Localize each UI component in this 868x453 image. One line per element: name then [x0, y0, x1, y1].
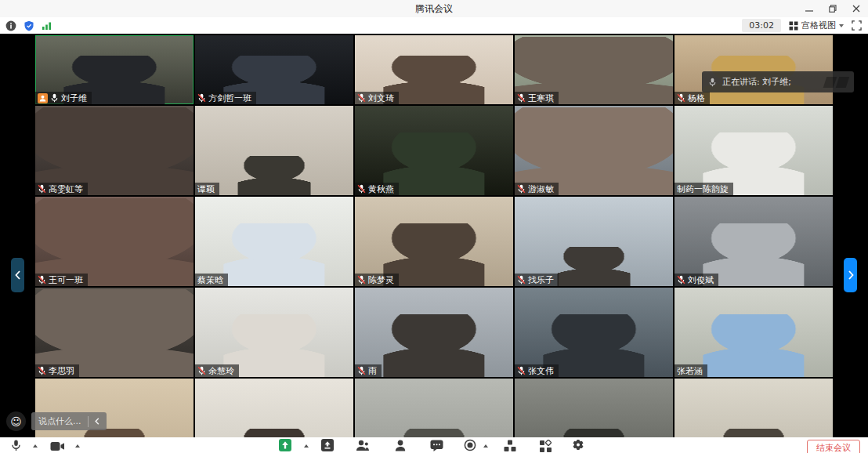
participant-name-tag: 蔡茉晗	[195, 274, 228, 286]
video-tile[interactable]: 游淑敏	[515, 106, 673, 195]
close-button[interactable]	[844, 0, 868, 17]
participant-name-tag: 刘文琦	[355, 92, 399, 104]
emoji-button[interactable]: ☺	[6, 411, 26, 431]
participant-name-tag: 陈梦灵	[355, 274, 399, 286]
video-tile[interactable]: 李思羽	[35, 288, 193, 377]
participant-silhouette	[398, 429, 471, 437]
participant-name-tag: 谭颖	[195, 183, 219, 195]
video-tile[interactable]: 杨格	[675, 35, 833, 104]
participant-name: 张文伟	[528, 365, 554, 377]
video-tile[interactable]: 刘俊斌	[675, 197, 833, 286]
shield-icon	[24, 20, 34, 31]
chevron-left-icon	[15, 270, 21, 280]
video-tile[interactable]: 刘子维	[35, 35, 193, 104]
collapse-chevron-icon[interactable]	[95, 418, 99, 425]
video-tile[interactable]	[195, 379, 353, 437]
muted-mic-icon	[357, 93, 366, 103]
video-tile[interactable]	[515, 379, 673, 437]
microphone-options-caret[interactable]	[33, 444, 38, 448]
next-page-button[interactable]	[844, 258, 857, 292]
minimize-button[interactable]	[797, 0, 821, 17]
video-tile[interactable]: 陈梦灵	[355, 197, 513, 286]
video-tile[interactable]	[355, 379, 513, 437]
window-title: 腾讯会议	[415, 2, 453, 16]
network-status-button[interactable]	[42, 21, 52, 31]
video-tile[interactable]: 谭颖	[195, 106, 353, 195]
participant-name: 余慧玲	[208, 365, 234, 377]
microphone-button[interactable]	[11, 440, 21, 453]
participant-name: 雨	[368, 365, 377, 377]
video-tile[interactable]	[675, 379, 833, 437]
participant-name-tag: 游淑敏	[515, 183, 559, 195]
previous-page-button[interactable]	[11, 258, 24, 292]
participant-name-tag: 制药一陈韵旋	[675, 183, 733, 195]
person-icon	[395, 440, 406, 451]
participant-name-tag: 方剑哲一班	[195, 92, 256, 104]
meeting-info-button[interactable]	[5, 20, 16, 31]
participant-silhouette	[238, 429, 311, 437]
muted-mic-icon	[357, 275, 366, 284]
video-tile[interactable]: 雨	[355, 288, 513, 377]
share-screen-icon	[279, 439, 291, 451]
title-bar: 腾讯会议	[0, 0, 868, 17]
meeting-header-bar: 03:02 宫格视图	[0, 17, 868, 34]
record-button[interactable]	[464, 439, 476, 453]
speaker-banner-decor	[825, 77, 848, 88]
participant-name: 游淑敏	[528, 183, 554, 195]
quick-chat-bar: ☺ 说点什么...	[6, 411, 107, 431]
camera-icon	[50, 441, 65, 451]
host-person-icon	[39, 95, 46, 102]
participant-name: 李思羽	[49, 365, 74, 377]
video-tile[interactable]: 方剑哲一班	[195, 35, 353, 104]
active-speaker-banner: 正在讲话: 刘子维;	[702, 71, 854, 92]
view-mode-label: 宫格视图	[801, 20, 836, 31]
invite-button[interactable]	[321, 439, 334, 453]
restore-button[interactable]	[821, 0, 844, 17]
muted-mic-icon	[38, 366, 46, 375]
video-tile[interactable]: 王寒琪	[515, 35, 673, 104]
fullscreen-button[interactable]	[852, 20, 862, 31]
participant-silhouette	[703, 314, 804, 377]
chat-button[interactable]	[430, 440, 443, 453]
participant-name: 刘文琦	[368, 92, 394, 104]
breakout-rooms-button[interactable]	[539, 440, 552, 453]
participant-name: 刘子维	[61, 92, 87, 104]
video-tile[interactable]: 高雯虹等	[35, 106, 193, 195]
video-tile[interactable]: 刘文琦	[355, 35, 513, 104]
security-button[interactable]	[24, 20, 34, 31]
view-mode-button[interactable]: 宫格视图	[789, 20, 844, 31]
video-tile[interactable]: 张若涵	[675, 288, 833, 377]
participants-button[interactable]	[395, 440, 406, 453]
camera-button[interactable]	[50, 440, 65, 453]
participant-silhouette	[238, 156, 311, 195]
chat-bubble-icon	[430, 440, 443, 451]
video-tile[interactable]: 制药一陈韵旋	[675, 106, 833, 195]
participant-name: 高雯虹等	[49, 183, 83, 195]
end-meeting-button[interactable]: 结束会议	[807, 440, 860, 453]
header-left-icons	[5, 20, 52, 31]
minimize-icon	[805, 5, 813, 13]
share-screen-button[interactable]	[279, 439, 291, 453]
pill-divider	[88, 416, 89, 427]
video-tile[interactable]: 张文伟	[515, 288, 673, 377]
share-options-caret[interactable]	[304, 444, 309, 448]
manage-members-button[interactable]	[356, 440, 369, 453]
video-tile[interactable]: 找乐子	[515, 197, 673, 286]
participant-silhouette	[223, 223, 324, 286]
video-tile[interactable]: 蔡茉晗	[195, 197, 353, 286]
settings-button[interactable]	[572, 439, 584, 453]
quick-chat-input[interactable]: 说点什么...	[31, 412, 107, 430]
muted-mic-icon	[197, 366, 206, 375]
mic-icon	[50, 93, 59, 103]
video-tile[interactable]: 王可一班	[35, 197, 193, 286]
participant-name: 陈梦灵	[368, 274, 394, 286]
video-tile[interactable]: 余慧玲	[195, 288, 353, 377]
breakout-blocks-icon	[539, 440, 552, 453]
camera-options-caret[interactable]	[75, 444, 80, 448]
signal-bars-icon	[42, 21, 52, 31]
apps-button[interactable]	[504, 440, 516, 453]
muted-mic-icon	[357, 184, 366, 194]
video-tile[interactable]: 黄秋燕	[355, 106, 513, 195]
active-speaker-text: 正在讲话: 刘子维;	[722, 76, 791, 88]
record-options-caret[interactable]	[483, 444, 488, 448]
